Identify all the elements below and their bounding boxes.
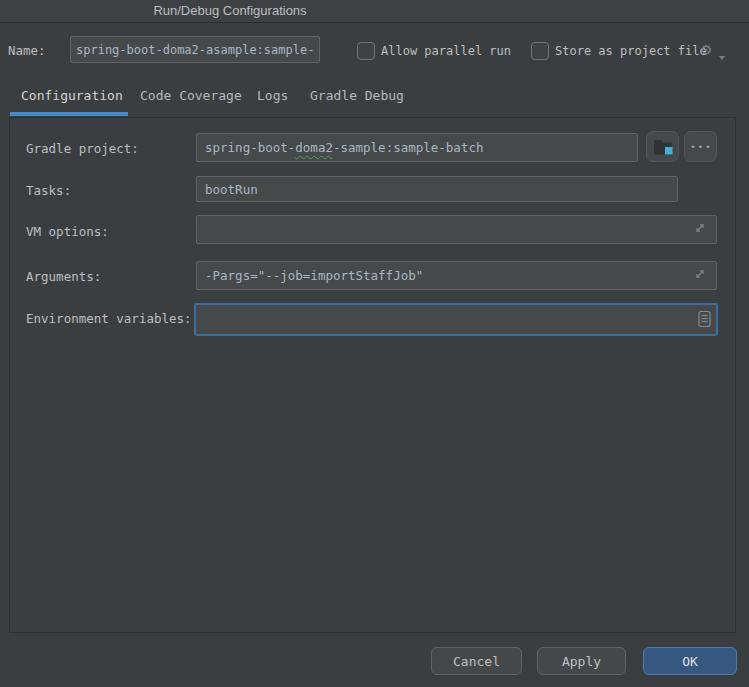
allow-parallel-run-checkbox[interactable]: [357, 42, 375, 60]
name-label: Name:: [8, 43, 46, 58]
expand-arguments-icon[interactable]: [693, 267, 707, 281]
gear-dropdown-arrow-icon: [719, 56, 725, 60]
apply-button[interactable]: Apply: [537, 647, 626, 675]
ellipsis-icon: •••: [688, 142, 712, 152]
window-title: Run/Debug Configurations: [0, 3, 460, 18]
gear-icon[interactable]: ⚙: [701, 41, 711, 58]
store-as-project-file-checkbox[interactable]: [531, 42, 549, 60]
tab-gradle-debug[interactable]: Gradle Debug: [310, 88, 404, 103]
arguments-label: Arguments:: [26, 269, 101, 284]
ok-button[interactable]: OK: [643, 647, 737, 675]
tab-logs[interactable]: Logs: [257, 88, 288, 103]
browse-project-folder-button[interactable]: [646, 131, 679, 162]
tasks-label: Tasks:: [26, 183, 71, 198]
gradle-project-input[interactable]: spring-boot-doma2-sample:sample-batch: [196, 133, 638, 162]
cancel-button[interactable]: Cancel: [431, 647, 522, 675]
name-input[interactable]: [70, 36, 320, 63]
folder-icon: [653, 138, 673, 155]
more-options-button[interactable]: •••: [684, 131, 717, 162]
environment-variables-label: Environment variables:: [26, 311, 192, 326]
environment-variables-input[interactable]: [194, 303, 718, 336]
vm-options-input[interactable]: [196, 215, 717, 244]
tab-active-indicator: [10, 112, 128, 116]
allow-parallel-run-label: Allow parallel run: [381, 44, 511, 58]
tab-configuration[interactable]: Configuration: [21, 88, 123, 103]
arguments-input[interactable]: [196, 261, 717, 290]
spellcheck-squiggle: doma2: [295, 140, 333, 155]
tab-code-coverage[interactable]: Code Coverage: [140, 88, 242, 103]
vm-options-label: VM options:: [26, 224, 109, 239]
expand-vm-options-icon[interactable]: [693, 221, 707, 235]
gradle-project-label: Gradle project:: [26, 141, 139, 156]
store-as-project-file-label: Store as project file: [555, 44, 707, 58]
gradle-project-value: spring-boot-doma2-sample:sample-batch: [205, 134, 483, 161]
title-bar: Run/Debug Configurations: [0, 0, 749, 23]
browse-environment-variables-icon[interactable]: [698, 310, 711, 328]
tasks-input[interactable]: [196, 176, 678, 202]
